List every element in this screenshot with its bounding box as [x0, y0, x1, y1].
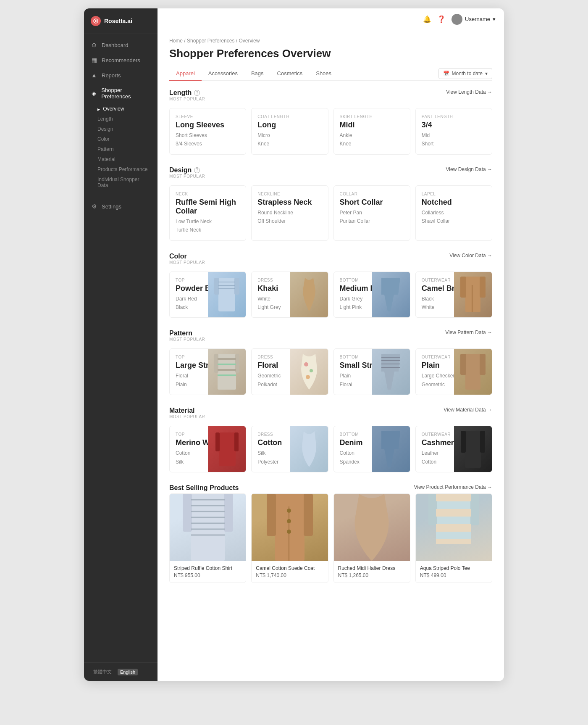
sidebar-item-recommenders[interactable]: ▦ Recommenders — [84, 53, 158, 68]
sidebar-item-shopper-preferences[interactable]: ◈ Shopper Preferences — [84, 83, 158, 104]
sidebar-sub-length[interactable]: Length — [84, 114, 158, 124]
sidebar-item-reports[interactable]: ▲ Reports — [84, 68, 158, 83]
length-cards-grid: SLEEVE Long Sleeves Short Sleeves 3/4 Sl… — [169, 108, 492, 155]
sidebar-sub-products-performance[interactable]: Products Performance — [84, 164, 158, 174]
color-outerwear-image — [454, 272, 492, 318]
sidebar-sub-material[interactable]: Material — [84, 154, 158, 164]
svg-point-51 — [287, 530, 291, 534]
sidebar-sub-overview[interactable]: ▶ Overview — [84, 104, 158, 114]
material-section: Material MOST POPULAR View Material Data… — [169, 407, 492, 472]
card-skirt-main: Midi — [340, 121, 404, 129]
logo-icon — [91, 16, 101, 26]
card-coat-label: COAT-LENGTH — [257, 114, 322, 119]
card-material-dress: DRESS Cotton Silk Polyester — [251, 426, 328, 472]
card-coat-sub: Micro Knee — [257, 131, 322, 148]
svg-point-49 — [287, 509, 291, 513]
color-section-title: Color — [169, 253, 187, 260]
sidebar-sub-design[interactable]: Design — [84, 124, 158, 134]
pattern-top-image — [208, 349, 246, 395]
breadcrumb: Home / Shopper Preferences / Overview — [169, 38, 492, 44]
tab-shoes[interactable]: Shoes — [309, 67, 338, 81]
best-selling-header: Best Selling Products View Product Perfo… — [169, 484, 492, 492]
topbar: 🔔 ❓ Username ▾ — [158, 8, 504, 30]
tab-cosmetics[interactable]: Cosmetics — [270, 67, 310, 81]
product-grid: Striped Ruffle Cotton Shirt NT$ 955.00 C… — [169, 493, 492, 583]
card-material-bottom: BOTTOM Denim Cotton Spandex — [333, 426, 410, 472]
sidebar-item-dashboard[interactable]: ⊙ Dashboard — [84, 37, 158, 53]
design-view-link[interactable]: View Design Data → — [446, 166, 493, 172]
page-content: Home / Shopper Preferences / Overview Sh… — [158, 30, 504, 602]
card-pattern-dress: DRESS Floral Geometric Polkadot — [251, 348, 328, 395]
svg-rect-56 — [436, 509, 471, 517]
best-selling-section: Best Selling Products View Product Perfo… — [169, 484, 492, 583]
sidebar-item-settings[interactable]: ⚙ Settings — [84, 199, 158, 214]
length-section-header: Length ? MOST POPULAR View Length Data → — [169, 89, 492, 106]
product-price-0: NT$ 955.00 — [174, 572, 242, 578]
color-section: Color MOST POPULAR View Color Data → TOP… — [169, 253, 492, 318]
tab-apparel[interactable]: Apparel — [169, 67, 202, 81]
triangle-icon: ▶ — [97, 108, 100, 111]
pattern-view-link[interactable]: View Pattern Data → — [445, 330, 492, 335]
material-outerwear-image — [454, 426, 492, 472]
svg-rect-46 — [267, 494, 276, 536]
lang-traditional-chinese[interactable]: 繁體中文 — [91, 668, 114, 676]
material-section-title: Material — [169, 407, 194, 414]
sidebar-item-settings-label: Settings — [102, 203, 121, 210]
card-material-top: TOP Merino Wool Cotton Silk — [169, 426, 246, 472]
product-name-1: Camel Cotton Suede Coat — [256, 565, 323, 571]
card-color-bottom: BOTTOM Medium Blue Dark Grey Light Pink — [333, 272, 410, 318]
product-name-3: Aqua Striped Polo Tee — [420, 565, 488, 571]
settings-icon: ⚙ — [91, 203, 97, 210]
sidebar: Rosetta.ai ⊙ Dashboard ▦ Recommenders ▲ … — [84, 8, 158, 681]
sidebar-item-shopper-preferences-label: Shopper Preferences — [101, 87, 151, 100]
color-dress-image — [290, 272, 328, 318]
card-sleeve-label: SLEEVE — [176, 114, 240, 119]
card-pattern-outerwear: OUTERWEAR Plain Large Checker Geometric — [415, 348, 492, 395]
svg-rect-58 — [436, 539, 471, 544]
pattern-section: Pattern MOST POPULAR View Pattern Data →… — [169, 330, 492, 395]
tab-bags[interactable]: Bags — [244, 67, 270, 81]
product-info-3: Aqua Striped Polo Tee NT$ 499.00 — [416, 561, 492, 583]
product-image-0 — [170, 494, 246, 561]
length-view-link[interactable]: View Length Data → — [446, 89, 492, 95]
dashboard-icon: ⊙ — [91, 42, 97, 48]
tab-accessories[interactable]: Accessories — [202, 67, 244, 81]
page-title: Shopper Preferences Overview — [169, 47, 492, 60]
user-menu[interactable]: Username ▾ — [452, 14, 496, 25]
material-view-link[interactable]: View Material Data → — [444, 407, 492, 413]
design-section: Design ? MOST POPULAR View Design Data →… — [169, 166, 492, 241]
sidebar-sub-pattern[interactable]: Pattern — [84, 144, 158, 154]
card-material-outerwear: OUTERWEAR Cashmere Leather Cotton — [415, 426, 492, 472]
product-price-1: NT$ 1,740.00 — [256, 572, 323, 578]
sidebar-sub-color[interactable]: Color — [84, 134, 158, 144]
logo-area: Rosetta.ai — [84, 8, 158, 34]
pattern-cards-grid: TOP Large Stripes Floral Plain DRESS — [169, 348, 492, 395]
best-selling-view-link[interactable]: View Product Performance Data → — [414, 484, 492, 490]
lang-english[interactable]: English — [118, 669, 138, 675]
svg-point-1 — [95, 20, 97, 22]
sidebar-sub-individual-shopper-data[interactable]: Individual Shopper Data — [84, 174, 158, 190]
color-view-link[interactable]: View Color Data → — [449, 253, 492, 258]
card-neckline: NECKLINE Strapless Neck Round Neckline O… — [251, 185, 328, 241]
design-info-icon: ? — [194, 167, 200, 173]
card-sleeve: SLEEVE Long Sleeves Short Sleeves 3/4 Sl… — [169, 108, 246, 155]
svg-rect-45 — [275, 494, 304, 561]
product-info-0: Striped Ruffle Cotton Shirt NT$ 955.00 — [170, 561, 246, 583]
svg-rect-36 — [183, 494, 192, 532]
svg-rect-31 — [234, 432, 239, 451]
date-filter[interactable]: 📅 Month to date ▾ — [438, 68, 492, 79]
help-icon[interactable]: ❓ — [437, 15, 446, 23]
product-name-2: Ruched Midi Halter Dress — [338, 565, 406, 571]
card-color-outerwear: OUTERWEAR Camel Brown Black White — [415, 272, 492, 318]
card-skirt-length: SKIRT-LENGTH Midi Ankle Knee — [333, 108, 410, 155]
svg-rect-34 — [480, 431, 485, 453]
product-image-1 — [252, 494, 328, 561]
card-sleeve-sub: Short Sleeves 3/4 Sleeves — [176, 131, 240, 148]
shopper-prefs-icon: ◈ — [91, 90, 97, 97]
card-coat-length: COAT-LENGTH Long Micro Knee — [251, 108, 328, 155]
svg-rect-9 — [460, 277, 466, 298]
notification-icon[interactable]: 🔔 — [423, 15, 431, 23]
color-section-subtitle: MOST POPULAR — [169, 260, 205, 265]
svg-rect-4 — [234, 278, 239, 295]
svg-rect-37 — [224, 494, 233, 532]
